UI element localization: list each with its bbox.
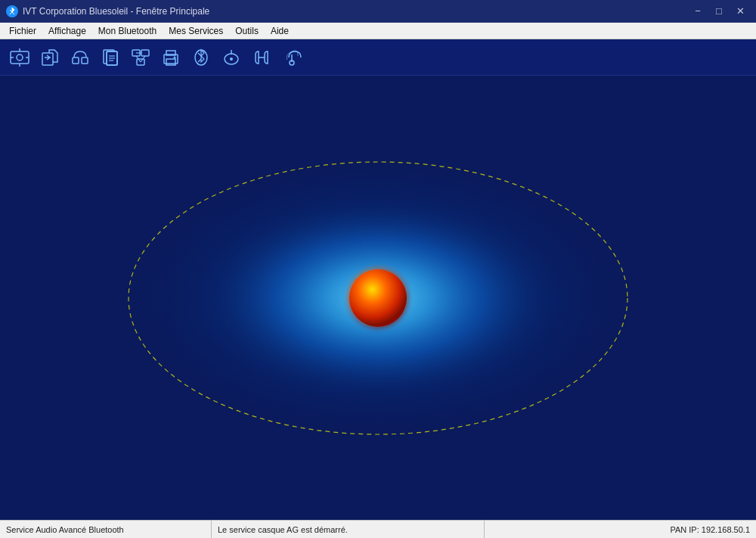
menu-fichier[interactable]: Fichier: [3, 23, 42, 39]
svg-point-37: [349, 269, 407, 327]
toolbar: [0, 39, 756, 76]
svg-rect-23: [166, 59, 175, 65]
status-right: PAN IP: 192.168.50.1: [485, 521, 757, 538]
menu-aide[interactable]: Aide: [265, 23, 295, 39]
status-left: Service Audio Avancé Bluetooth: [0, 521, 212, 538]
bt-device-button[interactable]: [187, 44, 215, 71]
window-controls: − □ ✕: [688, 4, 750, 19]
status-center: Le service casque AG est démarré.: [212, 521, 485, 538]
titlebar: IVT Corporation Bluesoleil - Fenêtre Pri…: [0, 0, 756, 23]
minimize-button[interactable]: −: [688, 4, 708, 19]
antenna-button[interactable]: [278, 44, 305, 71]
send-file-button[interactable]: [36, 44, 64, 71]
connect-button[interactable]: [67, 44, 94, 71]
scan-device-button[interactable]: [6, 44, 33, 71]
titlebar-left: IVT Corporation Bluesoleil - Fenêtre Pri…: [6, 5, 209, 17]
input-device-button[interactable]: [218, 44, 245, 71]
svg-line-28: [198, 59, 201, 62]
menu-affichage[interactable]: Affichage: [42, 23, 92, 39]
svg-rect-8: [73, 58, 79, 64]
svg-point-1: [17, 54, 23, 61]
statusbar: Service Audio Avancé Bluetooth Le servic…: [0, 520, 756, 538]
printer-button[interactable]: [157, 44, 184, 71]
audio-button[interactable]: [248, 44, 275, 71]
svg-rect-9: [82, 58, 88, 64]
menubar: Fichier Affichage Mon Bluetooth Mes Serv…: [0, 23, 756, 39]
bluetooth-scene: [113, 147, 643, 449]
menu-outils[interactable]: Outils: [229, 23, 265, 39]
menu-mes-services[interactable]: Mes Services: [163, 23, 229, 39]
network-button[interactable]: [127, 44, 154, 71]
svg-line-27: [198, 53, 201, 56]
maximize-button[interactable]: □: [709, 4, 729, 19]
svg-point-31: [230, 58, 233, 61]
window-title: IVT Corporation Bluesoleil - Fenêtre Pri…: [23, 6, 209, 17]
bluetooth-icon: [6, 5, 18, 17]
svg-point-25: [174, 56, 176, 58]
main-area: [0, 76, 756, 520]
menu-mon-bluetooth[interactable]: Mon Bluetooth: [92, 23, 163, 39]
close-button[interactable]: ✕: [730, 4, 750, 19]
documents-button[interactable]: [97, 44, 124, 71]
svg-rect-17: [141, 50, 149, 56]
